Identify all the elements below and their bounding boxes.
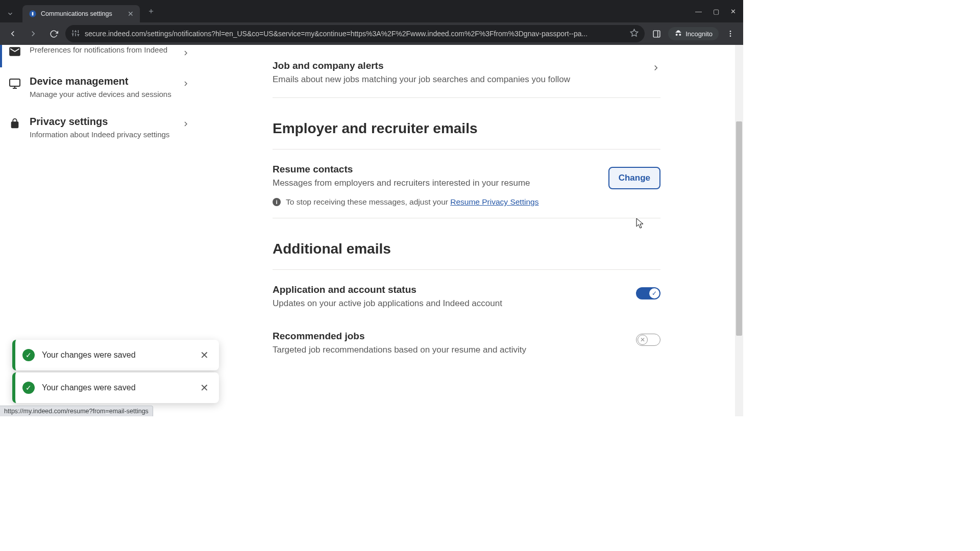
tab-search-dropdown[interactable] xyxy=(0,5,20,22)
svg-point-17 xyxy=(730,33,731,35)
toast-close-button[interactable]: ✕ xyxy=(197,380,212,396)
toast-close-button[interactable]: ✕ xyxy=(197,347,212,363)
sidebar-item-title: Privacy settings xyxy=(30,116,175,128)
setting-subtitle: Emails about new jobs matching your job … xyxy=(273,73,641,86)
site-settings-icon[interactable] xyxy=(71,29,80,39)
setting-subtitle: Messages from employers and recruiters i… xyxy=(273,177,598,190)
tab-title: Communications settings xyxy=(41,10,112,17)
close-window-icon[interactable]: ✕ xyxy=(730,8,736,15)
chevron-right-icon xyxy=(182,76,190,90)
url-text: secure.indeed.com/settings/notifications… xyxy=(85,30,625,38)
toggle-application-status[interactable]: ✓ xyxy=(636,287,660,299)
page-content: Preferences for notifications from Indee… xyxy=(0,45,743,416)
chevron-right-icon xyxy=(182,116,190,130)
tab-favicon xyxy=(29,10,37,18)
setting-subtitle: Updates on your active job applications … xyxy=(273,297,626,310)
reload-button[interactable] xyxy=(45,25,62,42)
check-icon: ✓ xyxy=(649,288,659,298)
sidebar-item-title: Device management xyxy=(30,76,175,87)
tab-close-icon[interactable]: ✕ xyxy=(128,10,134,18)
info-note: i To stop receiving these messages, adju… xyxy=(273,197,660,207)
mail-icon xyxy=(7,45,22,58)
chevron-right-icon xyxy=(182,45,190,59)
toast-message: Your changes were saved xyxy=(42,383,197,392)
address-bar[interactable]: secure.indeed.com/settings/notifications… xyxy=(65,25,645,42)
settings-main: Job and company alerts Emails about new … xyxy=(273,45,660,368)
monitor-icon xyxy=(7,76,22,90)
active-tab[interactable]: Communications settings ✕ xyxy=(22,5,140,22)
setting-title: Job and company alerts xyxy=(273,60,641,71)
status-bar: https://my.indeed.com/resume?from=email-… xyxy=(0,406,153,416)
settings-sidebar: Preferences for notifications from Indee… xyxy=(0,45,199,148)
setting-row-job-alerts[interactable]: Job and company alerts Emails about new … xyxy=(273,45,660,98)
change-button[interactable]: Change xyxy=(608,167,660,189)
check-circle-icon: ✓ xyxy=(22,349,35,361)
setting-subtitle: Targeted job recommendations based on yo… xyxy=(273,344,626,357)
toggle-recommended-jobs[interactable]: ✕ xyxy=(636,334,660,346)
sidebar-item-privacy-settings[interactable]: Privacy settings Information about Indee… xyxy=(0,108,199,148)
svg-point-16 xyxy=(730,31,731,32)
maximize-icon[interactable]: ▢ xyxy=(713,8,719,15)
forward-button[interactable] xyxy=(24,25,42,42)
info-text: To stop receiving these messages, adjust… xyxy=(286,197,450,206)
setting-title: Recommended jobs xyxy=(273,331,626,342)
back-button[interactable] xyxy=(4,25,21,42)
svg-rect-19 xyxy=(10,79,20,86)
browser-toolbar: secure.indeed.com/settings/notifications… xyxy=(0,22,743,45)
check-circle-icon: ✓ xyxy=(22,382,35,394)
sidebar-item-device-management[interactable]: Device management Manage your active dev… xyxy=(0,67,199,108)
chevron-right-icon xyxy=(651,60,660,72)
bookmark-icon[interactable] xyxy=(630,29,639,39)
sidebar-item-communications[interactable]: Preferences for notifications from Indee… xyxy=(0,45,199,67)
incognito-indicator[interactable]: Incognito xyxy=(668,27,719,40)
svg-rect-1 xyxy=(32,12,34,16)
setting-row-recommended-jobs: Recommended jobs Targeted job recommenda… xyxy=(273,315,660,368)
sidebar-item-subtitle: Preferences for notifications from Indee… xyxy=(30,45,175,55)
resume-privacy-link[interactable]: Resume Privacy Settings xyxy=(450,197,538,206)
incognito-label: Incognito xyxy=(685,30,713,38)
side-panel-icon[interactable] xyxy=(648,25,665,42)
toast-saved-2: ✓ Your changes were saved ✕ xyxy=(12,372,219,403)
sidebar-item-subtitle: Manage your active devices and sessions xyxy=(30,89,175,99)
toast-saved-1: ✓ Your changes were saved ✕ xyxy=(12,340,219,370)
lock-icon xyxy=(7,116,22,129)
browser-tabstrip: Communications settings ✕ ― ▢ ✕ xyxy=(0,0,743,22)
vertical-scrollbar[interactable] xyxy=(735,45,743,416)
svg-point-18 xyxy=(730,35,731,37)
window-controls: ― ▢ ✕ xyxy=(695,8,743,15)
close-icon: ✕ xyxy=(638,335,648,345)
setting-title: Application and account status xyxy=(273,284,626,295)
setting-title: Resume contacts xyxy=(273,164,598,175)
info-icon: i xyxy=(273,198,281,206)
new-tab-button[interactable] xyxy=(144,4,158,18)
svg-marker-13 xyxy=(631,29,638,36)
minimize-icon[interactable]: ― xyxy=(695,8,702,15)
browser-menu-icon[interactable] xyxy=(722,25,739,42)
setting-row-resume-contacts: Resume contacts Messages from employers … xyxy=(273,153,660,219)
section-heading-employer: Employer and recruiter emails xyxy=(273,120,660,149)
sidebar-item-subtitle: Information about Indeed privacy setting… xyxy=(30,130,175,140)
setting-row-application-status: Application and account status Updates o… xyxy=(273,273,660,315)
svg-rect-14 xyxy=(653,31,660,37)
section-heading-additional: Additional emails xyxy=(273,241,660,270)
toast-message: Your changes were saved xyxy=(42,350,197,360)
